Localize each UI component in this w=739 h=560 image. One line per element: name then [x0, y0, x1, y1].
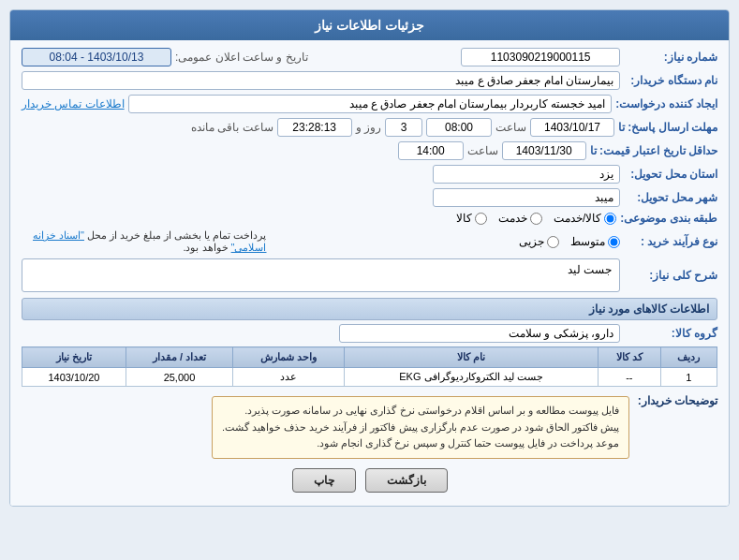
- table-row: 1--جست لید الکتروکاردیوگرافی EKGعدد25,00…: [22, 368, 717, 387]
- city-value: میبد: [433, 188, 620, 207]
- row-need-desc: شرح کلی نیاز: جست لید: [22, 258, 717, 292]
- table-cell-quantity: 25,000: [126, 368, 232, 387]
- content-area: شماره نیاز: 1103090219000115 تاریخ و ساع…: [10, 40, 729, 506]
- col-unit: واحد شمارش: [233, 347, 345, 368]
- row-buyer: نام دستگاه خریدار: بیمارستان امام جعفر ص…: [22, 71, 717, 90]
- province-value: یزد: [433, 165, 620, 184]
- creator-value: امید خجسته کاربردار بیمارستان امام جعفر …: [128, 95, 613, 113]
- creator-label: ایجاد کننده درخواست:: [615, 97, 717, 111]
- goods-table: ردیف کد کالا نام کالا واحد شمارش تعداد /…: [22, 346, 717, 387]
- category-label-goods: کالا: [456, 212, 472, 225]
- row-price-deadline: حداقل تاریخ اعتبار قیمت: تا 1403/11/30 س…: [22, 141, 717, 160]
- reply-deadline-days: 3: [385, 118, 422, 137]
- city-label: شهر محل تحویل:: [624, 191, 717, 204]
- purchase-type-radio-group: متوسط جزیی: [519, 235, 620, 248]
- category-label-service: خدمت: [498, 212, 527, 225]
- row-goods-group: گروه کالا: دارو، پزشکی و سلامت: [22, 324, 717, 343]
- category-label-goods-service: کالا/خدمت: [554, 212, 601, 225]
- page-title: جزئیات اطلاعات نیاز: [10, 10, 729, 40]
- row-creator: ایجاد کننده درخواست: امید خجسته کاربردار…: [22, 95, 717, 113]
- col-quantity: تعداد / مقدار: [126, 347, 232, 368]
- row-province: استان محل تحویل: یزد: [22, 165, 717, 184]
- reply-deadline-time: 08:00: [426, 118, 492, 137]
- table-cell-row: 1: [660, 368, 717, 387]
- price-deadline-date: 1403/11/30: [502, 141, 586, 160]
- category-radio-service[interactable]: [530, 213, 542, 225]
- price-deadline-time: 14:00: [398, 141, 464, 160]
- table-cell-date: 1403/10/20: [22, 368, 126, 387]
- contact-link[interactable]: اطلاعات تماس خریدار: [22, 97, 125, 111]
- category-option-service[interactable]: خدمت: [498, 212, 542, 225]
- notes-label: توضیحات خریدار:: [633, 392, 717, 407]
- purchase-type-radio-partial[interactable]: [547, 236, 559, 248]
- need-number-value: 1103090219000115: [461, 48, 620, 66]
- notes-box: فایل پیوست مطالعه و بر اساس اقلام درخواس…: [212, 396, 629, 459]
- notes-line: فایل پیوست مطالعه و بر اساس اقلام درخواس…: [222, 403, 619, 420]
- print-button[interactable]: چاپ: [292, 468, 356, 493]
- buttons-row: بازگشت چاپ: [22, 468, 717, 493]
- row-category: طبقه بندی موضوعی: کالا/خدمت خدمت کالا: [22, 212, 717, 225]
- category-option-goods[interactable]: کالا: [456, 212, 487, 225]
- category-label: طبقه بندی موضوعی:: [620, 212, 717, 225]
- goods-section-title: اطلاعات کالاهای مورد نیاز: [22, 298, 717, 320]
- price-deadline-time-label: ساعت: [467, 144, 498, 157]
- need-number-label: شماره نیاز:: [624, 51, 717, 64]
- category-option-goods-service[interactable]: کالا/خدمت: [554, 212, 616, 225]
- date-label: تاریخ و ساعت اعلان عمومی:: [175, 51, 308, 64]
- need-desc-placeholder: جست لید: [568, 263, 612, 276]
- reply-deadline-label: مهلت ارسال پاسخ: تا: [618, 121, 717, 134]
- reply-deadline-remain-label: ساعت باقی مانده: [191, 121, 273, 134]
- purchase-type-radio-medium[interactable]: [608, 236, 620, 248]
- row-reply-deadline: مهلت ارسال پاسخ: تا 1403/10/17 ساعت 08:0…: [22, 118, 717, 137]
- category-radio-group: کالا/خدمت خدمت کالا: [456, 212, 616, 225]
- purchase-type-label-medium: متوسط: [570, 235, 605, 248]
- purchase-type-label-partial: جزیی: [519, 235, 544, 248]
- reply-deadline-time-label: ساعت: [495, 121, 526, 134]
- row-purchase-type: نوع فرآیند خرید : متوسط جزیی پرداخت تمام…: [22, 229, 717, 254]
- goods-group-label: گروه کالا:: [624, 327, 717, 340]
- table-cell-unit: عدد: [233, 368, 345, 387]
- notes-line: پیش فاکتور الحاق شود در صورت عدم بارگزار…: [222, 420, 619, 436]
- reply-deadline-remain: 23:28:13: [277, 118, 352, 137]
- purchase-type-option-partial[interactable]: جزیی: [519, 235, 559, 248]
- notes-line: موعد پرداخت در فایل پیوست حتما کنترل و س…: [222, 435, 619, 452]
- reply-deadline-days-label: روز و: [356, 121, 381, 134]
- province-label: استان محل تحویل:: [624, 168, 717, 181]
- date-value: 1403/10/13 - 08:04: [22, 48, 171, 66]
- buyer-value: بیمارستان امام جعفر صادق ع میبد: [22, 71, 620, 90]
- table-cell-code: --: [598, 368, 660, 387]
- price-deadline-label: حداقل تاریخ اعتبار قیمت: تا: [590, 144, 717, 157]
- need-desc-label: شرح کلی نیاز:: [624, 269, 717, 282]
- col-date: تاریخ نیاز: [22, 347, 126, 368]
- reply-deadline-date: 1403/10/17: [530, 118, 614, 137]
- col-row: ردیف: [660, 347, 717, 368]
- goods-group-value: دارو، پزشکی و سلامت: [339, 324, 620, 343]
- row-need-number: شماره نیاز: 1103090219000115 تاریخ و ساع…: [22, 48, 717, 66]
- category-radio-goods-service[interactable]: [604, 213, 616, 225]
- goods-table-header: ردیف کد کالا نام کالا واحد شمارش تعداد /…: [22, 347, 717, 368]
- col-code: کد کالا: [598, 347, 660, 368]
- category-radio-goods[interactable]: [475, 213, 487, 225]
- purchase-type-text: پرداخت تمام یا بخشی از مبلغ خرید از محل …: [22, 229, 267, 254]
- goods-table-body: 1--جست لید الکتروکاردیوگرافی EKGعدد25,00…: [22, 368, 717, 387]
- buyer-label: نام دستگاه خریدار:: [624, 74, 717, 87]
- row-city: شهر محل تحویل: میبد: [22, 188, 717, 207]
- purchase-type-label: نوع فرآیند خرید :: [624, 235, 717, 248]
- main-container: جزئیات اطلاعات نیاز شماره نیاز: 11030902…: [9, 9, 730, 507]
- table-cell-name: جست لید الکتروکاردیوگرافی EKG: [345, 368, 599, 387]
- need-desc-box[interactable]: جست لید: [22, 258, 620, 292]
- purchase-type-option-medium[interactable]: متوسط: [570, 235, 620, 248]
- row-notes: توضیحات خریدار: فایل پیوست مطالعه و بر ا…: [22, 392, 717, 459]
- col-name: نام کالا: [345, 347, 599, 368]
- back-button[interactable]: بازگشت: [365, 468, 448, 493]
